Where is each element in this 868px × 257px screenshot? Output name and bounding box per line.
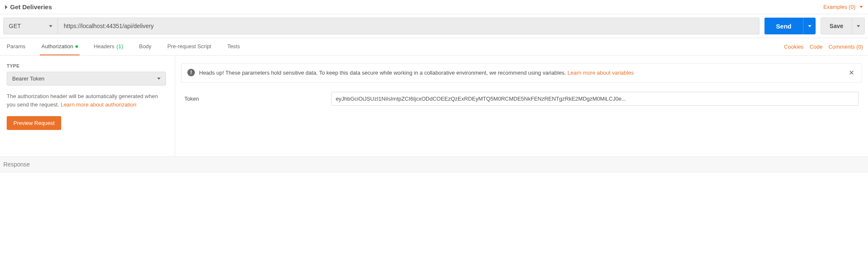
send-button[interactable]: Send — [764, 18, 803, 34]
auth-type-label: TYPE — [7, 63, 168, 68]
tab-params[interactable]: Params — [5, 38, 27, 55]
auth-type-value: Bearer Token — [12, 75, 44, 82]
url-input[interactable] — [58, 18, 759, 34]
chevron-down-icon — [857, 25, 860, 27]
http-method-value: GET — [9, 23, 21, 29]
examples-label: Examples (0) — [823, 4, 855, 10]
response-section-header: Response — [0, 156, 868, 172]
auth-description: The authorization header will be automat… — [7, 92, 168, 109]
tab-prerequest[interactable]: Pre-request Script — [166, 38, 213, 55]
save-button[interactable]: Save — [821, 18, 852, 34]
expand-icon[interactable] — [5, 5, 8, 9]
request-name: Get Deliveries — [10, 3, 52, 10]
preview-request-button[interactable]: Preview Request — [7, 116, 61, 130]
tab-body[interactable]: Body — [137, 38, 153, 55]
learn-variables-link[interactable]: Learn more about variables — [567, 70, 634, 76]
auth-type-select[interactable]: Bearer Token — [7, 72, 166, 86]
tab-headers[interactable]: Headers (1) — [92, 38, 125, 55]
token-label: Token — [184, 96, 323, 102]
response-label: Response — [3, 161, 30, 168]
chevron-down-icon — [49, 25, 52, 27]
modified-indicator-icon — [75, 45, 78, 48]
chevron-down-icon — [808, 25, 811, 27]
headers-count: (1) — [117, 43, 123, 49]
http-method-select[interactable]: GET — [3, 18, 58, 34]
chevron-down-icon — [860, 6, 863, 8]
comments-link[interactable]: Comments (0) — [829, 44, 863, 50]
token-input[interactable] — [331, 92, 859, 106]
tab-tests[interactable]: Tests — [225, 38, 241, 55]
save-dropdown[interactable] — [852, 18, 865, 34]
send-dropdown[interactable] — [803, 18, 816, 34]
code-link[interactable]: Code — [810, 44, 823, 50]
examples-dropdown[interactable]: Examples (0) — [823, 4, 863, 10]
learn-authorization-link[interactable]: Learn more about authorization — [61, 101, 137, 108]
close-notice-button[interactable]: ✕ — [847, 69, 856, 77]
chevron-down-icon — [157, 78, 161, 80]
tab-authorization[interactable]: Authorization — [40, 38, 80, 55]
cookies-link[interactable]: Cookies — [784, 44, 804, 50]
sensitive-data-notice: ! Heads up! These parameters hold sensit… — [181, 63, 862, 83]
info-icon: ! — [187, 69, 195, 76]
